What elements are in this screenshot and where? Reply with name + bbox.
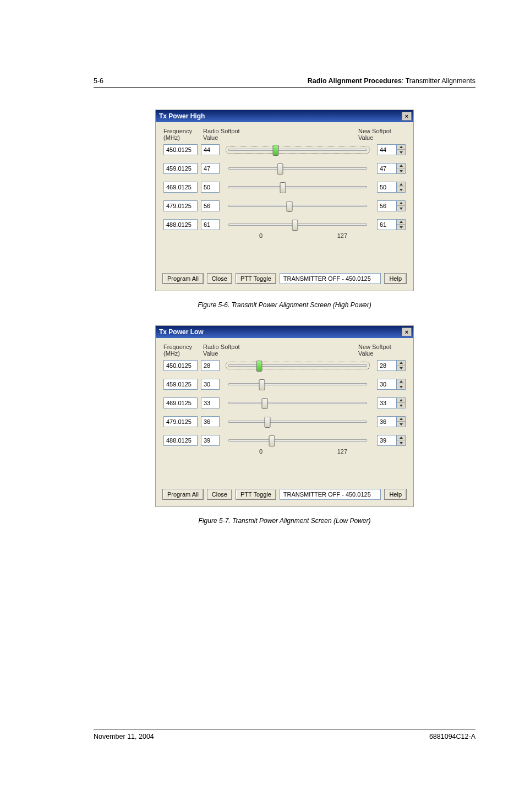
radio-softpot-field[interactable] xyxy=(201,379,220,390)
help-button[interactable]: Help xyxy=(384,273,407,284)
spinner-up-button[interactable] xyxy=(397,361,405,366)
softpot-slider[interactable] xyxy=(228,364,367,367)
softpot-slider[interactable] xyxy=(228,402,367,404)
slider-thumb[interactable] xyxy=(269,435,275,446)
radio-softpot-field[interactable] xyxy=(201,435,220,446)
new-softpot-field[interactable] xyxy=(377,182,397,193)
chevron-down-icon xyxy=(400,367,403,369)
frequency-field[interactable] xyxy=(163,379,198,390)
spinner-up-button[interactable] xyxy=(397,435,405,440)
table-row xyxy=(163,182,406,193)
new-softpot-field[interactable] xyxy=(377,144,397,155)
close-icon[interactable]: × xyxy=(402,328,412,336)
tx-power-high-dialog: Tx Power High × Frequency (MHz) Radio So… xyxy=(155,110,414,291)
radio-softpot-field[interactable] xyxy=(201,397,220,408)
spinner-down-button[interactable] xyxy=(397,422,405,427)
new-softpot-field[interactable] xyxy=(377,416,397,427)
chevron-down-icon xyxy=(400,226,403,228)
help-button[interactable]: Help xyxy=(384,489,407,500)
softpot-slider[interactable] xyxy=(228,205,367,207)
frequency-field[interactable] xyxy=(163,163,198,174)
chevron-down-icon xyxy=(400,170,403,172)
spinner-down-button[interactable] xyxy=(397,150,405,155)
slider-thumb[interactable] xyxy=(277,164,283,175)
program-all-button[interactable]: Program All xyxy=(162,489,204,500)
spinner-up-button[interactable] xyxy=(397,164,405,168)
ptt-toggle-button[interactable]: PTT Toggle xyxy=(236,273,276,284)
radio-softpot-field[interactable] xyxy=(201,219,220,230)
slider-thumb[interactable] xyxy=(287,201,293,212)
frequency-field[interactable] xyxy=(163,219,198,230)
new-softpot-field[interactable] xyxy=(377,360,397,371)
frequency-field[interactable] xyxy=(163,182,198,193)
radio-softpot-field[interactable] xyxy=(201,163,220,174)
new-softpot-field[interactable] xyxy=(377,163,397,174)
col-header-frequency: Frequency (MHz) xyxy=(163,344,203,357)
new-softpot-field[interactable] xyxy=(377,200,397,211)
chevron-down-icon xyxy=(400,405,403,407)
frequency-field[interactable] xyxy=(163,360,198,371)
spinner-up-button[interactable] xyxy=(397,379,405,384)
chevron-down-icon xyxy=(400,208,403,210)
spinner-up-button[interactable] xyxy=(397,398,405,403)
radio-softpot-field[interactable] xyxy=(201,416,220,427)
chevron-down-icon xyxy=(400,423,403,426)
table-row xyxy=(163,219,406,230)
scale-max: 127 xyxy=(337,232,347,239)
frequency-field[interactable] xyxy=(163,416,198,427)
spinner-down-button[interactable] xyxy=(397,384,405,389)
new-softpot-field[interactable] xyxy=(377,379,397,390)
table-row xyxy=(163,200,406,211)
softpot-slider[interactable] xyxy=(228,186,367,188)
table-row xyxy=(163,379,406,390)
slider-thumb[interactable] xyxy=(256,361,262,372)
radio-softpot-field[interactable] xyxy=(201,182,220,193)
frequency-field[interactable] xyxy=(163,144,198,155)
dialog-title-high: Tx Power High xyxy=(159,112,205,120)
spinner-down-button[interactable] xyxy=(397,187,405,192)
close-button[interactable]: Close xyxy=(207,273,232,284)
radio-softpot-field[interactable] xyxy=(201,200,220,211)
slider-thumb[interactable] xyxy=(292,220,298,231)
dialog-title-low: Tx Power Low xyxy=(159,328,204,336)
frequency-field[interactable] xyxy=(163,200,198,211)
radio-softpot-field[interactable] xyxy=(201,360,220,371)
close-icon[interactable]: × xyxy=(402,112,412,121)
spinner-down-button[interactable] xyxy=(397,403,405,408)
scale-min: 0 xyxy=(259,232,262,239)
slider-thumb[interactable] xyxy=(280,182,286,193)
radio-softpot-field[interactable] xyxy=(201,144,220,155)
chevron-down-icon xyxy=(400,151,403,154)
slider-thumb[interactable] xyxy=(273,145,279,156)
softpot-slider[interactable] xyxy=(228,383,367,385)
softpot-slider[interactable] xyxy=(228,149,367,151)
new-softpot-field[interactable] xyxy=(377,397,397,408)
softpot-slider[interactable] xyxy=(228,167,367,170)
close-button[interactable]: Close xyxy=(207,489,232,500)
col-header-radio-softpot: Radio Softpot Value xyxy=(203,344,247,357)
frequency-field[interactable] xyxy=(163,435,198,446)
ptt-toggle-button[interactable]: PTT Toggle xyxy=(236,489,276,500)
slider-thumb[interactable] xyxy=(262,398,268,409)
frequency-field[interactable] xyxy=(163,397,198,408)
softpot-slider[interactable] xyxy=(228,421,367,423)
softpot-slider[interactable] xyxy=(228,439,367,442)
spinner-down-button[interactable] xyxy=(397,168,405,173)
program-all-button[interactable]: Program All xyxy=(162,273,204,284)
spinner-up-button[interactable] xyxy=(397,201,405,206)
spinner-down-button[interactable] xyxy=(397,225,405,230)
new-softpot-field[interactable] xyxy=(377,435,397,446)
spinner-down-button[interactable] xyxy=(397,440,405,445)
spinner-up-button[interactable] xyxy=(397,182,405,187)
slider-thumb[interactable] xyxy=(259,379,265,390)
spinner-up-button[interactable] xyxy=(397,145,405,150)
spinner-up-button[interactable] xyxy=(397,220,405,225)
softpot-slider[interactable] xyxy=(228,224,367,226)
spinner-down-button[interactable] xyxy=(397,206,405,211)
spinner-up-button[interactable] xyxy=(397,417,405,422)
slider-thumb[interactable] xyxy=(265,417,271,428)
chevron-up-icon xyxy=(400,202,403,204)
spinner-down-button[interactable] xyxy=(397,366,405,370)
new-softpot-field[interactable] xyxy=(377,219,397,230)
col-header-frequency: Frequency (MHz) xyxy=(163,128,203,141)
